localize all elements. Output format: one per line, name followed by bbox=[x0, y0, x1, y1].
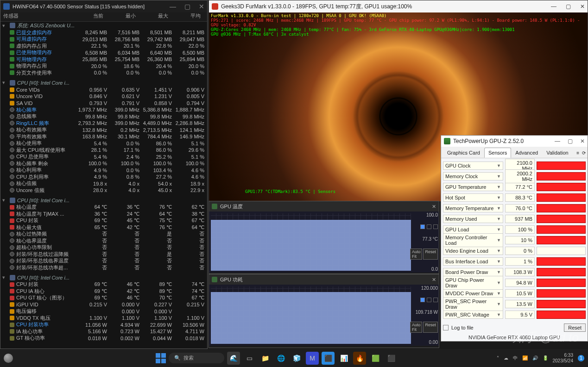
taskview-icon[interactable]: ▭ bbox=[243, 352, 256, 365]
edge-icon[interactable]: 🌐 bbox=[274, 352, 287, 365]
taskbar-app-6[interactable]: ⬛ bbox=[385, 352, 398, 365]
sensor-row[interactable]: 核心利用率4.9 %0.0 %103.4 %4.6 % bbox=[0, 167, 207, 174]
gpu-power-titlebar[interactable]: GPU 功耗 ✕ bbox=[209, 274, 439, 285]
sensor-row[interactable]: Uncore VID0.846 V0.621 V1.231 V0.805 V bbox=[0, 93, 207, 100]
minimize-icon[interactable]: — bbox=[551, 3, 556, 10]
close-icon[interactable]: ✕ bbox=[580, 138, 585, 144]
ime-icon[interactable]: 中 bbox=[513, 355, 518, 361]
gpuz-sensor-label[interactable]: GPU Clock▼ bbox=[443, 162, 503, 170]
gpuz-sensor-label[interactable]: PWR_SRC Power Draw▼ bbox=[443, 297, 503, 311]
hamburger-icon[interactable]: ≡ bbox=[576, 150, 579, 156]
close-icon[interactable]: ✕ bbox=[432, 204, 436, 210]
chevron-down-icon[interactable]: ▼ bbox=[497, 206, 501, 211]
sensor-row[interactable]: CPU IA 核心69 ℃42 ℃89 ℃74 ℃ bbox=[0, 288, 207, 295]
maximize-icon[interactable]: ▢ bbox=[184, 3, 190, 10]
sensor-row[interactable]: 封装/环形总线过温降频否否是否 bbox=[0, 251, 207, 258]
maximize-icon[interactable]: ▢ bbox=[566, 3, 571, 10]
sensor-row[interactable]: CPU 封装69 ℃45 ℃75 ℃67 ℃ bbox=[0, 218, 207, 224]
sensor-row[interactable]: CPU 总使用率5.4 %2.4 %25.2 %5.1 % bbox=[0, 154, 207, 161]
chevron-down-icon[interactable]: ▼ bbox=[497, 195, 501, 200]
sensor-row[interactable]: 封装/环形总线临界温度否否否否 bbox=[0, 258, 207, 265]
clock[interactable]: 6:33 2023/5/24 bbox=[553, 353, 574, 364]
sensor-row[interactable]: SA VID0.793 V0.791 V0.858 V0.794 V bbox=[0, 100, 207, 107]
reset-button[interactable]: Reset bbox=[423, 322, 438, 333]
sensor-row[interactable]: 已提交虚拟内存8,245 MB7,516 MB8,501 MB8,211 MB bbox=[0, 29, 207, 36]
gpuz-taskbar-icon[interactable]: 🟩 bbox=[369, 352, 382, 365]
taskbar-app-3[interactable]: ⬛ bbox=[322, 352, 335, 365]
search-box[interactable]: 🔍 搜索 bbox=[169, 353, 224, 363]
sensor-row[interactable]: 可用物理内存25,885 MB25,754 MB26,360 MB25,894 … bbox=[0, 56, 207, 63]
wifi-icon[interactable]: 📶 bbox=[522, 355, 528, 361]
sensor-row[interactable]: Core VIDs0.956 V0.635 V1.451 V0.906 V bbox=[0, 87, 207, 93]
sensor-row[interactable]: 核心频率 剩余100.0 %100.0 %100.0 %100.0 % bbox=[0, 160, 207, 167]
sensor-row[interactable]: Ring/LLC 频率2,793.2 MHz399.0 MHz4,489.0 M… bbox=[0, 120, 207, 127]
sensor-row[interactable]: 核心过热降频否否是否 bbox=[0, 231, 207, 238]
chevron-down-icon[interactable]: ▼ bbox=[497, 249, 501, 253]
autofit-button[interactable]: Auto Fit bbox=[410, 249, 423, 260]
store-icon[interactable]: 🧊 bbox=[290, 352, 303, 365]
gpuz-sensor-label[interactable]: MVDDC Power Draw▼ bbox=[443, 289, 503, 298]
gpuz-sensor-label[interactable]: GPU Load▼ bbox=[443, 225, 503, 234]
gpuz-sensor-label[interactable]: Memory Used▼ bbox=[443, 215, 503, 223]
sensor-row[interactable]: 核心最大值65 ℃42 ℃76 ℃64 ℃ bbox=[0, 224, 207, 231]
minimize-icon[interactable]: — bbox=[555, 138, 560, 144]
chevron-down-icon[interactable]: ▼ bbox=[497, 259, 501, 264]
sensor-row[interactable]: 已使用物理内存6,508 MB6,034 MB6,640 MB6,500 MB bbox=[0, 50, 207, 56]
sensor-row[interactable]: 核心临界温度否否否否 bbox=[0, 237, 207, 244]
chevron-down-icon[interactable]: ▼ bbox=[497, 185, 501, 189]
minimize-icon[interactable]: — bbox=[170, 3, 176, 10]
gpuz-sensor-label[interactable]: Memory Temperature▼ bbox=[443, 204, 503, 212]
weather-widget-icon[interactable] bbox=[4, 354, 13, 363]
hwinfo-taskbar-icon[interactable]: 📊 bbox=[337, 352, 350, 365]
sensor-group[interactable]: ▾CPU [#0]: Intel Core i... bbox=[0, 274, 207, 281]
start-button[interactable] bbox=[156, 353, 166, 363]
sensor-row[interactable]: 电压偏移0.000 V0.000 V bbox=[0, 308, 207, 315]
sensor-row[interactable]: 总线频率99.8 MHz99.8 MHz99.8 MHz99.8 MHz bbox=[0, 113, 207, 120]
sensor-row[interactable]: 封装/环形总线功率超...否否否否 bbox=[0, 264, 207, 271]
sensor-row[interactable]: CPU 总利用率4.9 %0.8 %27.2 %4.6 % bbox=[0, 174, 207, 180]
furmark-taskbar-icon[interactable]: 🔥 bbox=[353, 352, 366, 365]
tab-graphics-card[interactable]: Graphics Card bbox=[443, 148, 484, 158]
close-icon[interactable]: ✕ bbox=[199, 3, 204, 10]
reset-button[interactable]: Reset bbox=[423, 249, 438, 260]
close-icon[interactable]: ✕ bbox=[432, 277, 436, 283]
col-avg[interactable]: 平均 bbox=[171, 12, 203, 21]
taskbar-app-2[interactable]: M bbox=[306, 352, 319, 365]
chevron-down-icon[interactable]: ▼ bbox=[497, 312, 501, 317]
gpuz-sensor-label[interactable]: GPU Chip Power Draw▼ bbox=[443, 276, 503, 290]
gpu-temp-titlebar[interactable]: GPU 温度 ✕ bbox=[209, 201, 439, 211]
sensor-row[interactable]: 核心频率1,973.7 MHz399.0 MHz5,386.8 MHz1,888… bbox=[0, 106, 207, 113]
tab-validation[interactable]: Validation bbox=[542, 148, 573, 158]
sensor-group[interactable]: ▾CPU [#0]: Intel Core i... bbox=[0, 79, 207, 87]
sensor-row[interactable]: GT 核心功率0.018 W0.002 W0.044 W0.018 W bbox=[0, 335, 207, 342]
gpuz-sensor-label[interactable]: Board Power Draw▼ bbox=[443, 268, 503, 276]
chevron-up-icon[interactable]: ˄ bbox=[497, 355, 499, 361]
sensor-row[interactable]: CPU 封装功率11.056 W4.934 W22.699 W10.506 W bbox=[0, 322, 207, 329]
sensor-row[interactable]: 超核心功率限制否否否否 bbox=[0, 244, 207, 251]
gpuz-sensor-label[interactable]: Hot Spot▼ bbox=[443, 193, 503, 202]
close-icon[interactable]: ✕ bbox=[580, 3, 585, 10]
sensor-row[interactable]: 核心使用率5.4 %0.0 %86.0 %5.1 % bbox=[0, 140, 207, 147]
hwinfo-titlebar[interactable]: HWiNFO64 v7.40-5000 Sensor Status [115 v… bbox=[0, 0, 207, 12]
sensor-row[interactable]: 核心有效频率132.8 MHz0.2 MHz2,713.5 MHz124.1 M… bbox=[0, 127, 207, 134]
sensor-row[interactable]: iGPU VID0.215 V0.000 V0.227 V0.215 V bbox=[0, 301, 207, 308]
chevron-down-icon[interactable]: ▼ bbox=[497, 163, 501, 168]
sensor-row[interactable]: VDDQ TX 电压1.100 V1.100 V1.100 V1.100 V bbox=[0, 315, 207, 322]
sensor-row[interactable]: 平均有效频率163.8 MHz30.1 MHz784.4 MHz146.9 MH… bbox=[0, 133, 207, 140]
battery-icon[interactable]: 🔋 bbox=[543, 355, 548, 361]
col-min[interactable]: 最小 bbox=[106, 12, 139, 21]
autofit-button[interactable]: Auto Fit bbox=[410, 322, 423, 333]
gpuz-sensor-label[interactable]: PWR_SRC Voltage▼ bbox=[443, 311, 503, 319]
gpuz-titlebar[interactable]: TechPowerUp GPU-Z 2.52.0 — ▢ ✕ bbox=[441, 136, 588, 147]
sensor-row[interactable]: 核心温度64 ℃36 ℃76 ℃62 ℃ bbox=[0, 204, 207, 211]
explorer-icon[interactable]: 📁 bbox=[259, 352, 272, 365]
system-tray[interactable]: ˄ ☁ 中 📶 🔊 🔋 6:33 2023/5/24 1 bbox=[497, 353, 585, 364]
gpuz-sensor-label[interactable]: GPU Temperature▼ bbox=[443, 183, 503, 191]
col-max[interactable]: 最大 bbox=[139, 12, 171, 21]
notification-badge[interactable]: 1 bbox=[578, 355, 584, 361]
gpuz-sensor-label[interactable]: Memory Clock▼ bbox=[443, 172, 503, 180]
sensor-row[interactable]: 可用虚拟内存29,013 MB28,756 MB29,742 MB29,047 … bbox=[0, 36, 207, 43]
maximize-icon[interactable]: ▢ bbox=[568, 138, 573, 144]
sensor-row[interactable]: 最大 CPU/线程使用率28.1 %17.1 %86.0 %29.6 % bbox=[0, 147, 207, 154]
tab-sensors[interactable]: Sensors bbox=[484, 148, 511, 158]
